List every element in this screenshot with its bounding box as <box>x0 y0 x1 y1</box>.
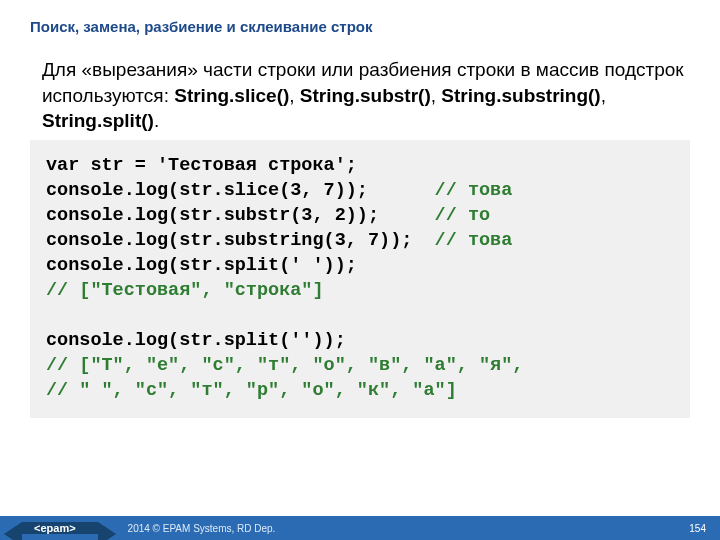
code-comment: // ["Т", "е", "с", "т", "о", "в", "а", "… <box>46 355 523 376</box>
func-substr: String.substr() <box>300 85 431 106</box>
code-line: console.log(str.slice(3, 7)); <box>46 180 435 201</box>
code-comment: // това <box>435 230 513 251</box>
func-substring: String.substring() <box>441 85 600 106</box>
func-split: String.split() <box>42 110 154 131</box>
sep: , <box>601 85 606 106</box>
code-comment: // ["Тестовая", "строка"] <box>46 280 324 301</box>
code-line: console.log(str.substr(3, 2)); <box>46 205 435 226</box>
code-line: console.log(str.split('')); <box>46 330 346 351</box>
sep: , <box>431 85 442 106</box>
footer-logo: <epam> <box>22 522 98 534</box>
sep: , <box>289 85 300 106</box>
slide-title: Поиск, замена, разбиение и склеивание ст… <box>30 18 690 35</box>
code-line: console.log(str.split(' ')); <box>46 255 357 276</box>
footer-copyright: 2014 © EPAM Systems, RD Dep. <box>128 523 276 534</box>
end-punct: . <box>154 110 159 131</box>
footer-bar: <epam> 2014 © EPAM Systems, RD Dep. 154 <box>0 516 720 540</box>
code-example: var str = 'Тестовая строка'; console.log… <box>30 140 690 418</box>
code-comment: // " ", "с", "т", "р", "о", "к", "а"] <box>46 380 457 401</box>
footer-logo-wrap: <epam> <box>22 522 98 534</box>
code-line: console.log(str.substring(3, 7)); <box>46 230 435 251</box>
footer-page-number: 154 <box>689 523 706 534</box>
slide: Поиск, замена, разбиение и склеивание ст… <box>0 0 720 540</box>
func-slice: String.slice() <box>174 85 289 106</box>
code-comment: // то <box>435 205 491 226</box>
body-paragraph: Для «вырезания» части строки или разбиен… <box>42 57 686 134</box>
code-comment: // това <box>435 180 513 201</box>
code-line: var str = 'Тестовая строка'; <box>46 155 357 176</box>
